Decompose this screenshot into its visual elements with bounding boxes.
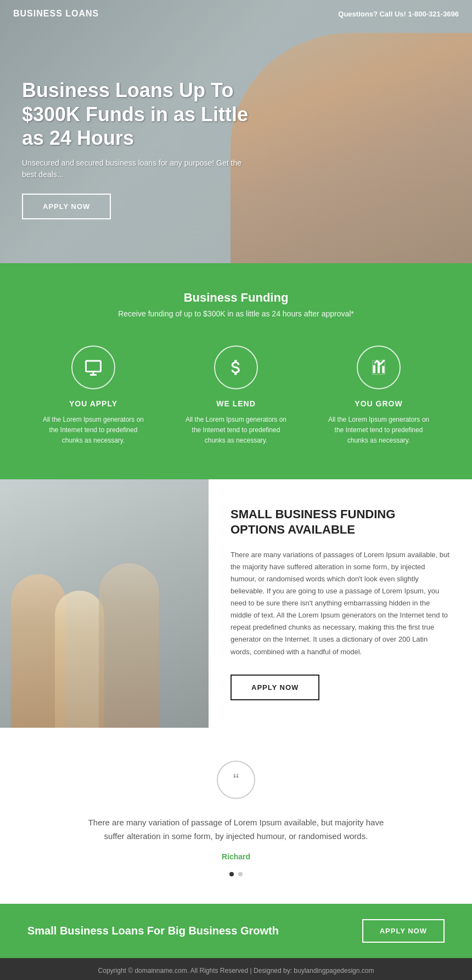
lend-icon-circle xyxy=(214,345,258,389)
person-silhouette-2 xyxy=(55,591,104,728)
apply-label: YOU APPLY xyxy=(38,399,148,408)
info-image xyxy=(0,479,209,728)
testimonial-text: There are many variation of passage of L… xyxy=(77,815,395,843)
lend-label: WE LEND xyxy=(181,399,291,408)
testimonial-author: Richard xyxy=(44,852,428,861)
dot-inactive[interactable] xyxy=(238,872,243,876)
lend-desc: All the Lorem Ipsum generators on the In… xyxy=(181,415,291,446)
info-description: There are many variations of passages of… xyxy=(231,549,450,658)
top-navigation: BUSINESS LOANS Questions? Call Us! 1-800… xyxy=(0,0,472,27)
site-logo: BUSINESS LOANS xyxy=(13,9,99,19)
dollar-icon xyxy=(226,358,246,377)
apply-desc: All the Lorem Ipsum generators on the In… xyxy=(38,415,148,446)
apply-icon-circle xyxy=(71,345,115,389)
feature-apply: YOU APPLY All the Lorem Ipsum generators… xyxy=(38,345,148,446)
footer-text: Copyright © domainname.com. All Rights R… xyxy=(11,967,461,975)
phone-contact: Questions? Call Us! 1-800-321-3696 xyxy=(338,10,459,18)
hero-title: Business Loans Up To $300K Funds in as L… xyxy=(22,78,252,150)
chart-icon xyxy=(369,358,389,377)
feature-grow: YOU GROW All the Lorem Ipsum generators … xyxy=(324,345,434,446)
grow-icon-circle xyxy=(357,345,401,389)
cta-apply-button[interactable]: APPLY NOW xyxy=(362,919,445,943)
info-section: SMALL BUSINESS FUNDING OPTIONS AVAILABLE… xyxy=(0,479,472,728)
monitor-icon xyxy=(83,358,103,377)
features-title: Business Funding xyxy=(22,291,450,305)
testimonial-dots xyxy=(44,872,428,876)
info-apply-button[interactable]: APPLY NOW xyxy=(231,675,319,700)
dot-active[interactable] xyxy=(229,872,234,876)
info-title: SMALL BUSINESS FUNDING OPTIONS AVAILABLE xyxy=(231,507,450,538)
hero-content: Business Loans Up To $300K Funds in as L… xyxy=(22,78,252,219)
info-content: SMALL BUSINESS FUNDING OPTIONS AVAILABLE… xyxy=(209,479,472,728)
cta-text: Small Business Loans For Big Business Gr… xyxy=(27,925,279,937)
grow-label: YOU GROW xyxy=(324,399,434,408)
person-silhouette-3 xyxy=(99,563,159,728)
feature-lend: WE LEND All the Lorem Ipsum generators o… xyxy=(181,345,291,446)
cta-banner: Small Business Loans For Big Business Gr… xyxy=(0,904,472,958)
hero-background-image xyxy=(231,33,472,263)
features-section: Business Funding Receive funding of up t… xyxy=(0,263,472,479)
testimonial-section: “ There are many variation of passage of… xyxy=(0,728,472,904)
hero-section: BUSINESS LOANS Questions? Call Us! 1-800… xyxy=(0,0,472,263)
footer: Copyright © domainname.com. All Rights R… xyxy=(0,958,472,980)
grow-desc: All the Lorem Ipsum generators on the In… xyxy=(324,415,434,446)
features-row: YOU APPLY All the Lorem Ipsum generators… xyxy=(22,345,450,446)
phone-number: 1-800-321-3696 xyxy=(408,10,459,18)
features-subtitle: Receive funding of up to $300K in as lit… xyxy=(22,309,450,318)
hero-apply-button[interactable]: APPLY NOW xyxy=(22,194,111,219)
quote-mark: “ xyxy=(233,771,239,789)
phone-label: Questions? Call Us! xyxy=(338,10,406,18)
quote-icon-circle: “ xyxy=(217,761,255,799)
hero-subtitle: Unsecured and secured business loans for… xyxy=(22,157,252,180)
